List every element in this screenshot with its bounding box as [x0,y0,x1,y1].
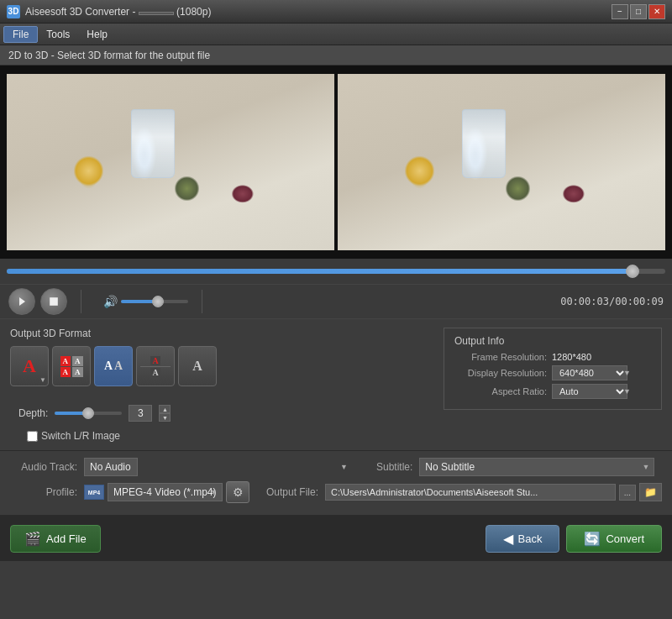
seek-bar-fill [7,269,633,274]
format-btn-sbs-color[interactable]: A A A A [52,346,91,386]
convert-icon: 🔄 [584,531,601,547]
depth-switch-area: Depth: ▲ ▼ Switch L/R Image [10,391,217,442]
minimize-button[interactable]: − [612,4,628,19]
switch-lr-label[interactable]: Switch L/R Image [41,430,120,442]
depth-value-input[interactable] [129,405,152,422]
format-btn-top-bottom[interactable]: A A [136,346,175,386]
profile-select[interactable]: MPEG-4 Video (*.mp4) AVI Video (*.avi) M… [108,483,223,501]
app-title: Aiseesoft 3D Converter - (1080p) [25,6,612,18]
output-file-label: Output File: [266,486,318,498]
play-button[interactable] [8,288,35,315]
output-file-area: C:\Users\Administrator\Documents\Aiseeso… [325,483,662,501]
seek-area[interactable] [0,259,672,284]
controls-separator2 [202,290,202,313]
audio-track-select[interactable]: No Audio [84,458,138,476]
aspect-ratio-row: Aspect Ratio: Auto 4:3 16:9 [454,384,651,399]
format-btn-sbs-bw[interactable]: A A [94,346,133,386]
switch-lr-checkbox[interactable] [27,431,38,442]
output-info-title: Output Info [454,335,651,347]
preview-left [7,74,334,250]
frame-resolution-value: 1280*480 [552,352,619,362]
profile-icon: MP4 [84,485,104,500]
folder-button[interactable]: 📁 [639,483,662,501]
convert-button[interactable]: 🔄 Convert [566,525,662,553]
add-file-button[interactable]: 🎬 Add File [10,525,101,553]
output-file-path: C:\Users\Administrator\Documents\Aiseeso… [325,484,616,501]
svg-marker-0 [19,297,25,306]
depth-slider[interactable] [55,412,122,415]
depth-arrows: ▲ ▼ [159,405,171,422]
format-btn-anaglyph[interactable]: A ▼ [10,346,49,386]
subtitle-dropdown-wrapper: No Subtitle [419,458,654,476]
preview-left-content [7,74,334,250]
aspect-ratio-dropdown-wrapper: Auto 4:3 16:9 [552,384,636,399]
depth-value-box [129,405,152,422]
bottom-controls: Audio Track: No Audio Subtitle: No Subti… [0,451,672,516]
format-buttons: A ▼ A A A A [10,346,217,386]
right-buttons: ◀ Back 🔄 Convert [486,525,662,553]
preview-right-content [338,74,665,250]
profile-output-row: Profile: MP4 MPEG-4 Video (*.mp4) AVI Vi… [10,481,662,503]
controls-bar: 🔊 00:00:03/00:00:09 [0,284,672,319]
menu-tools[interactable]: Tools [38,27,78,42]
profile-dropdown-wrapper: MPEG-4 Video (*.mp4) AVI Video (*.avi) M… [108,483,223,501]
subtitle-label: Subtitle: [376,461,412,473]
frame-resolution-label: Frame Resolution: [454,352,547,362]
format-btn-depth[interactable]: A [178,346,217,386]
seek-bar-track[interactable] [7,269,665,274]
preview-area [0,66,672,259]
display-resolution-select[interactable]: 640*480 1280*720 1920*1080 [552,365,627,380]
action-bar: 🎬 Add File ◀ Back 🔄 Convert [0,516,672,561]
volume-area: 🔊 [103,295,188,308]
depth-area: Depth: ▲ ▼ [18,405,217,422]
profile-label: Profile: [10,486,77,498]
display-resolution-row: Display Resolution: 640*480 1280*720 192… [454,365,651,380]
frame-resolution-row: Frame Resolution: 1280*480 [454,352,651,362]
close-button[interactable]: ✕ [648,4,665,19]
title-filename [139,12,174,15]
profile-area: MP4 MPEG-4 Video (*.mp4) AVI Video (*.av… [84,481,249,503]
volume-thumb[interactable] [152,296,164,307]
svg-rect-1 [50,297,58,306]
controls-separator [81,290,81,313]
app-icon: 3D [7,5,20,18]
format-area: Output 3D Format A ▼ A A A A [0,319,672,451]
volume-icon: 🔊 [103,295,118,308]
settings-button[interactable]: ⚙ [226,481,249,503]
audio-track-label: Audio Track: [10,461,77,473]
switch-lr-area: Switch L/R Image [27,430,217,442]
audio-subtitle-row: Audio Track: No Audio Subtitle: No Subti… [10,458,662,476]
title-bar: 3D Aiseesoft 3D Converter - (1080p) − □ … [0,0,672,24]
menu-bar: File Tools Help [0,24,672,45]
status-bar: 2D to 3D - Select 3D format for the outp… [0,45,672,66]
add-file-icon: 🎬 [24,531,41,547]
maximize-button[interactable]: □ [630,4,647,19]
seek-thumb[interactable] [626,265,639,278]
audio-track-dropdown-wrapper: No Audio [84,458,353,476]
depth-label: Depth: [18,407,48,419]
volume-slider[interactable] [121,300,188,303]
back-button[interactable]: ◀ Back [486,525,560,553]
aspect-ratio-select[interactable]: Auto 4:3 16:9 [552,384,627,399]
preview-right [338,74,665,250]
status-text: 2D to 3D - Select 3D format for the outp… [8,50,210,61]
back-icon: ◀ [503,531,513,547]
format-left: Output 3D Format A ▼ A A A A [10,328,217,442]
time-display: 00:00:03/00:00:09 [560,296,664,307]
display-resolution-label: Display Resolution: [454,368,547,378]
window-controls: − □ ✕ [612,4,665,19]
format-label: Output 3D Format [10,328,217,339]
subtitle-select[interactable]: No Subtitle [419,458,654,476]
stop-button[interactable] [40,288,67,315]
depth-down-arrow[interactable]: ▼ [159,413,171,422]
menu-help[interactable]: Help [78,27,116,42]
output-info: Output Info Frame Resolution: 1280*480 D… [444,328,662,410]
display-resolution-dropdown-wrapper: 640*480 1280*720 1920*1080 [552,365,636,380]
depth-thumb[interactable] [82,407,94,419]
aspect-ratio-label: Aspect Ratio: [454,386,547,396]
depth-up-arrow[interactable]: ▲ [159,405,171,413]
menu-file[interactable]: File [3,26,38,43]
browse-button[interactable]: ... [619,485,636,501]
